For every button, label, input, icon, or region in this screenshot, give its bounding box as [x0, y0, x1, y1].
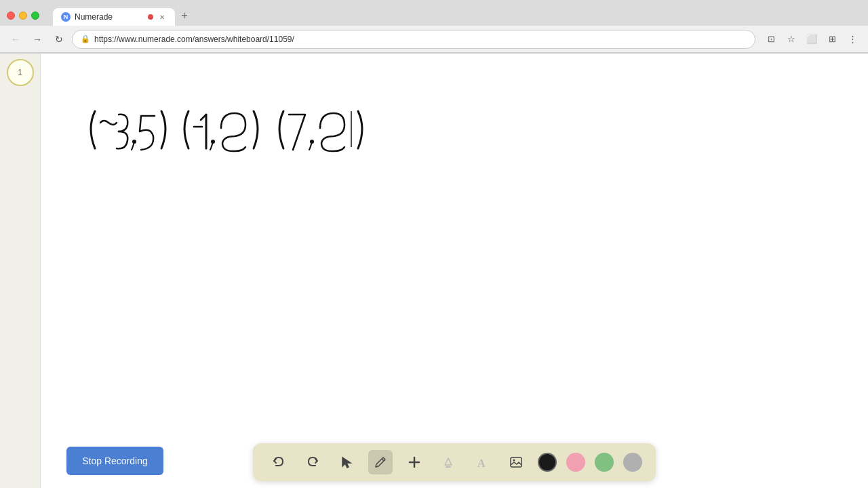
lock-icon: 🔒	[81, 35, 90, 43]
color-pink[interactable]	[566, 453, 585, 472]
image-icon	[509, 455, 523, 469]
tab-favicon: N	[61, 12, 71, 22]
color-black[interactable]	[538, 453, 557, 472]
select-icon	[340, 455, 353, 469]
text-icon: A	[475, 455, 489, 469]
highlighter-button[interactable]	[436, 450, 460, 474]
new-tab-button[interactable]: +	[175, 6, 194, 25]
url-text: https://www.numerade.com/answers/whitebo…	[94, 35, 294, 44]
grid-button[interactable]: ⊞	[823, 30, 841, 48]
select-tool-button[interactable]	[334, 450, 359, 474]
undo-icon	[272, 455, 285, 469]
math-content-svg	[75, 81, 481, 189]
stop-recording-button[interactable]: Stop Recording	[66, 447, 163, 475]
maximize-button[interactable]	[31, 12, 39, 20]
nav-bar: ← → ↻ 🔒 https://www.numerade.com/answers…	[0, 26, 868, 53]
redo-button[interactable]	[300, 450, 325, 474]
whiteboard-main[interactable]: Stop Recording	[41, 54, 868, 488]
drawing-toolbar: A	[253, 443, 656, 481]
forward-button[interactable]: →	[28, 30, 46, 48]
undo-button[interactable]	[267, 450, 291, 474]
redo-icon	[306, 455, 319, 469]
color-green[interactable]	[595, 453, 614, 472]
back-button[interactable]: ←	[7, 30, 24, 48]
traffic-lights	[7, 12, 39, 20]
more-button[interactable]: ⋮	[844, 30, 861, 48]
highlighter-icon	[441, 455, 455, 469]
text-tool-button[interactable]: A	[470, 450, 494, 474]
recording-indicator-dot	[148, 14, 153, 20]
tab-bar: N Numerade ✕ +	[53, 6, 861, 25]
pen-tool-button[interactable]	[368, 450, 393, 474]
bookmark-button[interactable]: ☆	[783, 30, 800, 48]
add-button[interactable]	[402, 450, 427, 474]
title-bar: N Numerade ✕ +	[0, 0, 868, 26]
color-gray[interactable]	[623, 453, 642, 472]
cast-button[interactable]: ⊡	[762, 30, 780, 48]
close-button[interactable]	[7, 12, 15, 20]
reload-button[interactable]: ↻	[50, 30, 68, 48]
browser-chrome: N Numerade ✕ + ← → ↻ 🔒 https://www.numer…	[0, 0, 868, 54]
nav-actions: ⊡ ☆ ⬜ ⊞ ⋮	[762, 30, 861, 48]
tab-title: Numerade	[75, 12, 144, 22]
page-sidebar: 1	[0, 54, 41, 488]
minimize-button[interactable]	[19, 12, 27, 20]
whiteboard-container: 1	[0, 54, 868, 488]
plus-icon	[408, 455, 421, 469]
page-1-thumb[interactable]: 1	[7, 59, 34, 86]
pen-icon	[374, 455, 387, 469]
active-tab[interactable]: N Numerade ✕	[53, 8, 175, 26]
svg-text:A: A	[477, 458, 486, 469]
svg-rect-6	[511, 458, 521, 467]
address-bar[interactable]: 🔒 https://www.numerade.com/answers/white…	[72, 30, 755, 49]
svg-point-7	[513, 460, 515, 462]
whiteboard-canvas	[41, 54, 868, 488]
tab-close-button[interactable]: ✕	[157, 12, 167, 22]
image-button[interactable]	[504, 450, 528, 474]
extensions-button[interactable]: ⬜	[803, 30, 821, 48]
